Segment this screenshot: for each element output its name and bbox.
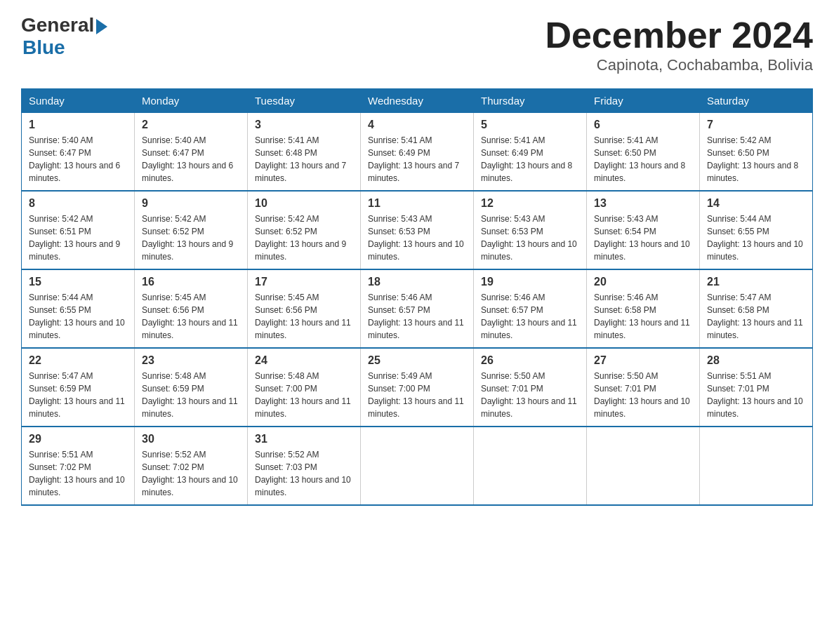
location-subtitle: Capinota, Cochabamba, Bolivia [545,56,813,74]
month-title: December 2024 [545,14,813,56]
day-number: 1 [29,119,127,131]
day-number: 5 [481,119,579,131]
day-number: 29 [29,433,127,445]
day-number: 8 [29,197,127,210]
day-sun-info: Sunrise: 5:52 AMSunset: 7:03 PMDaylight:… [255,448,353,499]
day-number: 6 [594,119,692,131]
calendar-cell: 7Sunrise: 5:42 AMSunset: 6:50 PMDaylight… [700,113,813,192]
day-sun-info: Sunrise: 5:47 AMSunset: 6:59 PMDaylight:… [29,370,127,420]
day-sun-info: Sunrise: 5:41 AMSunset: 6:50 PMDaylight:… [594,134,692,185]
calendar-cell: 23Sunrise: 5:48 AMSunset: 6:59 PMDayligh… [135,348,248,427]
calendar-cell: 26Sunrise: 5:50 AMSunset: 7:01 PMDayligh… [474,348,587,427]
day-sun-info: Sunrise: 5:44 AMSunset: 6:55 PMDaylight:… [707,213,805,263]
logo-arrow-icon [96,19,107,34]
day-number: 24 [255,354,353,367]
day-number: 19 [481,276,579,288]
calendar-cell: 5Sunrise: 5:41 AMSunset: 6:49 PMDaylight… [474,113,587,192]
day-number: 30 [142,433,240,445]
day-sun-info: Sunrise: 5:46 AMSunset: 6:57 PMDaylight:… [368,291,466,342]
calendar-cell: 24Sunrise: 5:48 AMSunset: 7:00 PMDayligh… [248,348,361,427]
day-number: 3 [255,119,353,131]
day-number: 27 [594,354,692,367]
day-sun-info: Sunrise: 5:50 AMSunset: 7:01 PMDaylight:… [481,370,579,420]
day-sun-info: Sunrise: 5:43 AMSunset: 6:53 PMDaylight:… [481,213,579,263]
header-wednesday: Wednesday [361,89,474,113]
calendar-cell: 15Sunrise: 5:44 AMSunset: 6:55 PMDayligh… [22,269,135,348]
day-sun-info: Sunrise: 5:42 AMSunset: 6:50 PMDaylight:… [707,134,805,185]
calendar-cell: 11Sunrise: 5:43 AMSunset: 6:53 PMDayligh… [361,191,474,269]
day-number: 26 [481,354,579,367]
calendar-cell: 16Sunrise: 5:45 AMSunset: 6:56 PMDayligh… [135,269,248,348]
day-number: 2 [142,119,240,131]
calendar-cell [474,427,587,505]
day-number: 31 [255,433,353,445]
day-number: 9 [142,197,240,210]
day-number: 10 [255,197,353,210]
calendar-cell: 20Sunrise: 5:46 AMSunset: 6:58 PMDayligh… [587,269,700,348]
day-number: 18 [368,276,466,288]
day-number: 25 [368,354,466,367]
calendar-cell: 10Sunrise: 5:42 AMSunset: 6:52 PMDayligh… [248,191,361,269]
header-monday: Monday [135,89,248,113]
day-sun-info: Sunrise: 5:47 AMSunset: 6:58 PMDaylight:… [707,291,805,342]
day-sun-info: Sunrise: 5:42 AMSunset: 6:52 PMDaylight:… [142,213,240,263]
day-number: 14 [707,197,805,210]
day-sun-info: Sunrise: 5:43 AMSunset: 6:53 PMDaylight:… [368,213,466,263]
day-number: 22 [29,354,127,367]
day-sun-info: Sunrise: 5:45 AMSunset: 6:56 PMDaylight:… [142,291,240,342]
day-sun-info: Sunrise: 5:40 AMSunset: 6:47 PMDaylight:… [142,134,240,185]
title-area: December 2024 Capinota, Cochabamba, Boli… [545,14,813,74]
day-number: 21 [707,276,805,288]
calendar-cell: 9Sunrise: 5:42 AMSunset: 6:52 PMDaylight… [135,191,248,269]
day-number: 16 [142,276,240,288]
header-friday: Friday [587,89,700,113]
day-sun-info: Sunrise: 5:44 AMSunset: 6:55 PMDaylight:… [29,291,127,342]
calendar-week-row: 15Sunrise: 5:44 AMSunset: 6:55 PMDayligh… [22,269,813,348]
calendar-cell: 4Sunrise: 5:41 AMSunset: 6:49 PMDaylight… [361,113,474,192]
calendar-cell [700,427,813,505]
day-number: 11 [368,197,466,210]
calendar-cell: 27Sunrise: 5:50 AMSunset: 7:01 PMDayligh… [587,348,700,427]
day-number: 15 [29,276,127,288]
day-sun-info: Sunrise: 5:48 AMSunset: 6:59 PMDaylight:… [142,370,240,420]
day-number: 28 [707,354,805,367]
logo-blue-text: Blue [22,36,65,58]
calendar-header-row: SundayMondayTuesdayWednesdayThursdayFrid… [22,89,813,113]
day-sun-info: Sunrise: 5:52 AMSunset: 7:02 PMDaylight:… [142,448,240,499]
day-sun-info: Sunrise: 5:40 AMSunset: 6:47 PMDaylight:… [29,134,127,185]
logo-general-text: General [21,14,94,36]
calendar-cell: 3Sunrise: 5:41 AMSunset: 6:48 PMDaylight… [248,113,361,192]
day-sun-info: Sunrise: 5:48 AMSunset: 7:00 PMDaylight:… [255,370,353,420]
calendar-cell: 22Sunrise: 5:47 AMSunset: 6:59 PMDayligh… [22,348,135,427]
calendar-cell: 12Sunrise: 5:43 AMSunset: 6:53 PMDayligh… [474,191,587,269]
day-sun-info: Sunrise: 5:51 AMSunset: 7:02 PMDaylight:… [29,448,127,499]
calendar-week-row: 29Sunrise: 5:51 AMSunset: 7:02 PMDayligh… [22,427,813,505]
header-thursday: Thursday [474,89,587,113]
day-number: 7 [707,119,805,131]
calendar-table: SundayMondayTuesdayWednesdayThursdayFrid… [21,88,813,506]
calendar-cell: 14Sunrise: 5:44 AMSunset: 6:55 PMDayligh… [700,191,813,269]
calendar-cell: 17Sunrise: 5:45 AMSunset: 6:56 PMDayligh… [248,269,361,348]
day-number: 20 [594,276,692,288]
day-number: 12 [481,197,579,210]
calendar-week-row: 1Sunrise: 5:40 AMSunset: 6:47 PMDaylight… [22,113,813,192]
day-sun-info: Sunrise: 5:45 AMSunset: 6:56 PMDaylight:… [255,291,353,342]
calendar-cell: 25Sunrise: 5:49 AMSunset: 7:00 PMDayligh… [361,348,474,427]
day-number: 4 [368,119,466,131]
calendar-cell: 30Sunrise: 5:52 AMSunset: 7:02 PMDayligh… [135,427,248,505]
day-sun-info: Sunrise: 5:41 AMSunset: 6:49 PMDaylight:… [368,134,466,185]
calendar-cell: 2Sunrise: 5:40 AMSunset: 6:47 PMDaylight… [135,113,248,192]
day-number: 23 [142,354,240,367]
calendar-cell: 19Sunrise: 5:46 AMSunset: 6:57 PMDayligh… [474,269,587,348]
day-sun-info: Sunrise: 5:50 AMSunset: 7:01 PMDaylight:… [594,370,692,420]
calendar-cell: 8Sunrise: 5:42 AMSunset: 6:51 PMDaylight… [22,191,135,269]
calendar-cell [361,427,474,505]
calendar-cell: 13Sunrise: 5:43 AMSunset: 6:54 PMDayligh… [587,191,700,269]
calendar-cell: 31Sunrise: 5:52 AMSunset: 7:03 PMDayligh… [248,427,361,505]
calendar-cell: 29Sunrise: 5:51 AMSunset: 7:02 PMDayligh… [22,427,135,505]
day-sun-info: Sunrise: 5:42 AMSunset: 6:52 PMDaylight:… [255,213,353,263]
header-sunday: Sunday [22,89,135,113]
calendar-cell [587,427,700,505]
calendar-cell: 28Sunrise: 5:51 AMSunset: 7:01 PMDayligh… [700,348,813,427]
calendar-week-row: 8Sunrise: 5:42 AMSunset: 6:51 PMDaylight… [22,191,813,269]
